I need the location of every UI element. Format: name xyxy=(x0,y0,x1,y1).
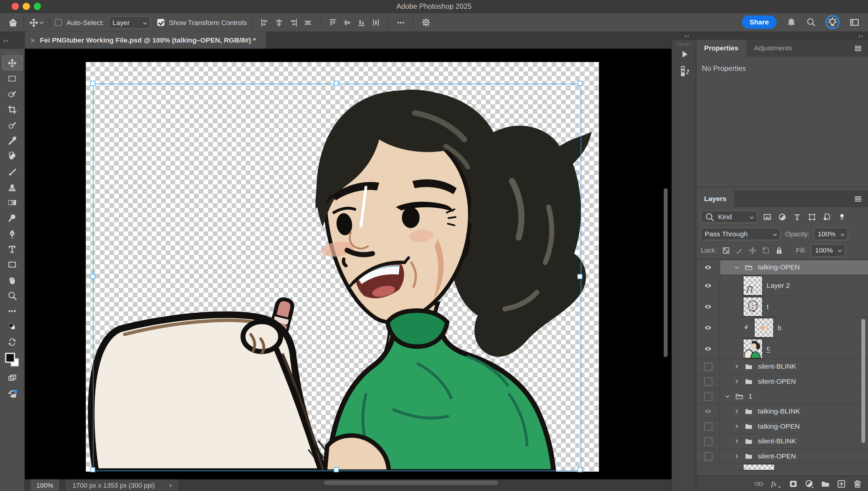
layer-name[interactable]: Layer 2 xyxy=(767,282,790,289)
layer-row-body[interactable]: silent-OPEN xyxy=(720,374,868,389)
horizontal-scrollbar[interactable] xyxy=(324,481,498,485)
move-tool[interactable] xyxy=(2,55,22,70)
marquee-tool[interactable] xyxy=(2,71,22,86)
smart-object-filter-icon[interactable] xyxy=(822,212,831,221)
fill-field[interactable]: 100% xyxy=(811,244,845,257)
lock-transparent-icon[interactable] xyxy=(722,246,730,254)
visibility-checkbox-empty[interactable] xyxy=(696,374,720,389)
layer-name[interactable]: b xyxy=(778,324,782,331)
align-middle-v[interactable] xyxy=(343,18,352,27)
transform-bounding-box[interactable] xyxy=(93,84,581,471)
edit-toolbar[interactable] xyxy=(2,304,22,319)
visibility-checkbox-empty[interactable] xyxy=(696,449,720,464)
align-top-edges[interactable] xyxy=(303,18,312,27)
layer-name[interactable]: c xyxy=(767,344,770,353)
filter-toggle-icon[interactable] xyxy=(838,212,846,221)
layers-scrollbar[interactable] xyxy=(861,319,865,443)
zoom-level-field[interactable]: 100% xyxy=(30,480,59,491)
chevron-right-icon[interactable] xyxy=(734,438,740,444)
layer-thumbnail[interactable] xyxy=(754,318,773,337)
layer-name[interactable]: silent-BLINK xyxy=(758,437,796,445)
home-icon[interactable] xyxy=(8,17,19,28)
quick-selection-tool[interactable] xyxy=(2,117,22,132)
brush-tool[interactable] xyxy=(2,164,22,179)
align-left[interactable] xyxy=(260,18,269,27)
new-adjustment-layer-icon[interactable] xyxy=(804,479,814,489)
visibility-eye-icon[interactable] xyxy=(696,317,720,338)
share-button[interactable]: Share xyxy=(742,16,776,29)
status-chevron-icon[interactable]: › xyxy=(169,481,172,490)
panel-grip[interactable] xyxy=(6,52,18,55)
layer-row[interactable]: t xyxy=(696,296,868,317)
auto-select-mode-dropdown[interactable]: Layer xyxy=(109,16,151,29)
type-filter-icon[interactable] xyxy=(792,212,801,221)
selection-brush-tool[interactable] xyxy=(2,87,22,102)
generative-ai[interactable] xyxy=(2,386,22,401)
layer-row[interactable]: silent-BLINK xyxy=(696,434,868,449)
layer-row-body[interactable]: talking-OPEN xyxy=(720,260,868,275)
show-transform-checkbox[interactable] xyxy=(157,19,164,26)
layer-row[interactable]: c xyxy=(696,338,868,359)
transform-handle-bottom-right[interactable] xyxy=(577,467,582,472)
document-viewport[interactable] xyxy=(25,49,671,480)
chevron-right-icon[interactable] xyxy=(734,364,740,369)
blend-mode-dropdown[interactable]: Pass Through xyxy=(701,228,780,240)
swap-colors[interactable] xyxy=(2,334,22,349)
tab-properties[interactable]: Properties xyxy=(696,40,746,56)
tab-adjustments[interactable]: Adjustments xyxy=(746,40,800,56)
transform-handle-bottom-center[interactable] xyxy=(334,467,339,472)
align-bottom[interactable] xyxy=(357,18,366,27)
layers-panel-menu-icon[interactable] xyxy=(854,195,862,203)
transform-handle-bottom-left[interactable] xyxy=(90,467,95,472)
layer-row-body[interactable]: 1 xyxy=(720,389,868,404)
new-group-icon[interactable] xyxy=(820,479,830,489)
close-tab-icon[interactable]: × xyxy=(30,35,35,44)
transform-handle-top-center[interactable] xyxy=(334,81,339,86)
visibility-checkbox-empty[interactable] xyxy=(696,434,720,449)
chevron-right-icon[interactable] xyxy=(734,379,740,384)
opacity-field[interactable]: 100% xyxy=(814,228,848,240)
visibility-eye-icon[interactable] xyxy=(696,275,720,296)
crop-tool[interactable] xyxy=(2,102,22,117)
actions-panel-icon[interactable] xyxy=(672,46,697,62)
history-panel-icon[interactable] xyxy=(672,63,697,79)
layer-row-body[interactable]: c xyxy=(720,338,868,359)
visibility-checkbox-empty[interactable] xyxy=(696,419,720,433)
toolbar-expand-button[interactable]: ›› xyxy=(0,32,25,49)
visibility-eye-icon[interactable] xyxy=(696,338,720,359)
layer-name[interactable]: talking-OPEN xyxy=(758,422,800,430)
chevron-right-icon[interactable] xyxy=(734,453,740,459)
delete-layer-icon[interactable] xyxy=(852,479,863,489)
chevron-down-icon[interactable] xyxy=(724,394,730,399)
vertical-scrollbar[interactable] xyxy=(664,188,667,357)
shape-filter-icon[interactable] xyxy=(808,212,816,221)
clone-stamp-tool[interactable] xyxy=(2,179,22,195)
more-options[interactable] xyxy=(396,18,405,27)
layer-row-body[interactable]: talking-OPEN xyxy=(720,419,868,433)
align-center-h[interactable] xyxy=(275,18,283,27)
lock-position-icon[interactable] xyxy=(748,246,757,254)
visibility-checkbox-empty[interactable] xyxy=(696,359,720,374)
collapse-dock-icon[interactable]: ‹‹ xyxy=(685,33,690,38)
add-layer-mask-icon[interactable] xyxy=(788,479,798,489)
layer-row[interactable]: Layer 2 xyxy=(696,275,868,296)
layer-row-body[interactable]: silent-BLINK xyxy=(720,359,868,374)
healing-tool[interactable] xyxy=(2,148,22,163)
type-tool[interactable] xyxy=(2,241,22,257)
layer-row[interactable]: talking-OPEN xyxy=(696,419,868,434)
visibility-eye-icon[interactable] xyxy=(696,260,720,275)
layer-row[interactable]: 1 xyxy=(696,389,868,404)
pen-tool[interactable] xyxy=(2,226,22,241)
layer-filter-kind-dropdown[interactable]: Kind xyxy=(701,210,757,223)
layer-row[interactable]: silent-BLINK xyxy=(696,359,868,374)
settings-gear[interactable] xyxy=(421,18,431,27)
layer-name[interactable]: silent-OPEN xyxy=(758,453,796,460)
layer-row-body[interactable]: silent-OPEN xyxy=(720,449,868,464)
expand-dock-icon[interactable]: ›› xyxy=(859,33,864,38)
move-tool-options-icon[interactable] xyxy=(29,18,39,27)
chevron-down-icon[interactable] xyxy=(734,265,740,270)
chevron-right-icon[interactable] xyxy=(734,424,740,429)
layer-name[interactable]: 1 xyxy=(748,393,752,400)
panel-grip[interactable] xyxy=(678,43,690,46)
eyedropper-tool[interactable] xyxy=(2,133,22,148)
